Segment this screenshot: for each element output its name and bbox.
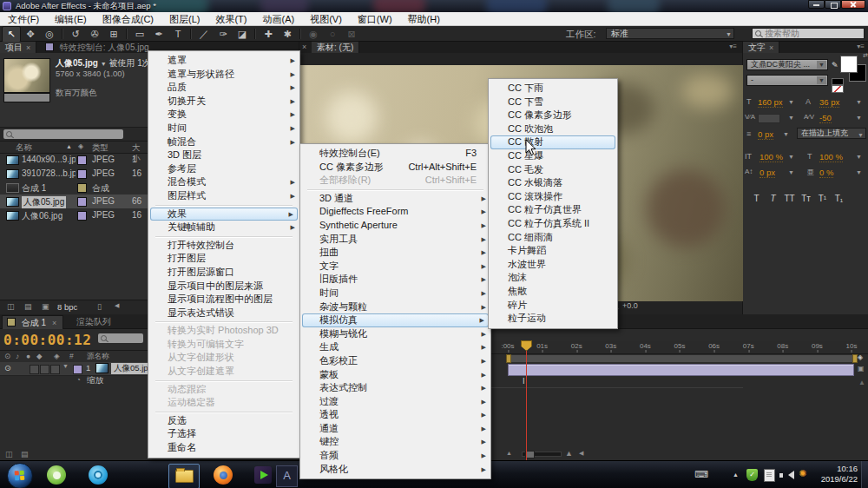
fill-stroke-swatches[interactable]: ⇄: [840, 56, 866, 82]
close-icon[interactable]: ×: [302, 42, 306, 53]
menu-item[interactable]: 卡片舞蹈: [489, 244, 617, 258]
fill-color-swatch[interactable]: [840, 56, 858, 73]
menu-item[interactable]: CC 细雨滴: [489, 231, 617, 245]
tool-icon[interactable]: ✒: [149, 27, 168, 42]
menu-item[interactable]: 帧混合▶: [148, 135, 299, 149]
keyframe-marker[interactable]: Ⅰ: [523, 377, 525, 386]
project-search-box[interactable]: [3, 129, 123, 139]
menu-item[interactable]: 模糊与锐化▶: [300, 327, 490, 341]
lock-icon[interactable]: ◆: [36, 352, 43, 360]
menu-item[interactable]: 打开特效控制台: [148, 239, 299, 253]
menu-item[interactable]: CC 下雨: [489, 82, 617, 96]
menu-item[interactable]: 显示项目流程图中的图层: [148, 293, 299, 307]
menu-item[interactable]: 泡沫: [489, 271, 617, 285]
tool-icon[interactable]: ◎: [40, 27, 59, 42]
comp-mini-icon[interactable]: ▣: [858, 365, 865, 373]
chevron-down-icon[interactable]: ▼: [856, 115, 862, 121]
tool-icon[interactable]: ⊞: [104, 27, 123, 42]
help-search-input[interactable]: [765, 29, 852, 38]
label-color-chip[interactable]: [77, 169, 87, 179]
solo-icon[interactable]: ●: [26, 352, 30, 360]
chevron-down-icon[interactable]: ▼: [856, 154, 862, 160]
volume-icon[interactable]: [788, 471, 794, 479]
expand-layers-icon[interactable]: ◫: [5, 450, 13, 458]
start-button[interactable]: [7, 463, 33, 488]
menu-item[interactable]: 表达式控制▶: [300, 381, 490, 395]
menu-item[interactable]: CC 毛发: [489, 163, 617, 177]
menu-item[interactable]: CC 粒子仿真系统 II: [489, 217, 617, 231]
graph-editor-icon[interactable]: ▤: [21, 450, 29, 458]
close-button[interactable]: [841, 0, 865, 9]
menu-item[interactable]: CC 星爆: [489, 149, 617, 163]
tool-icon[interactable]: ✱: [278, 27, 297, 42]
eyedropper-icon[interactable]: ✎: [832, 61, 838, 69]
menu-item[interactable]: Digieffects FreeForm▶: [300, 205, 490, 219]
tab-character[interactable]: 文字×: [743, 42, 779, 53]
no-color-swatch[interactable]: [832, 85, 844, 93]
menu-item[interactable]: 粒子运动: [489, 312, 617, 326]
tool-icon[interactable]: T: [168, 27, 187, 42]
exposure-value[interactable]: +0.0: [622, 301, 638, 310]
menu-item[interactable]: CC 水银滴落: [489, 176, 617, 190]
tab-footage[interactable]: 素材: (无): [312, 42, 359, 53]
label-column-icon[interactable]: ◈: [54, 352, 60, 360]
menubar-item[interactable]: 窗口(W): [350, 12, 400, 26]
menu-item[interactable]: CC 下雪: [489, 96, 617, 109]
menu-item[interactable]: 模拟仿真▶: [302, 313, 489, 327]
new-folder-icon[interactable]: ▤: [24, 302, 32, 311]
menu-item[interactable]: 通道▶: [300, 422, 490, 436]
collapse-icon[interactable]: ◀: [579, 450, 583, 457]
show-desktop-button[interactable]: [861, 461, 868, 488]
menu-item[interactable]: 焦散: [489, 285, 617, 299]
menu-item[interactable]: CC 吹泡泡: [489, 122, 617, 136]
menu-item[interactable]: 关键帧辅助▶: [148, 221, 299, 234]
swap-colors-icon[interactable]: ⇄: [863, 52, 868, 59]
file-name[interactable]: 3910728...b.jpg: [22, 168, 76, 178]
tool-icon[interactable]: ✑: [214, 27, 233, 42]
tab-effect-controls[interactable]: 特效控制台: 人像05.jpg: [40, 42, 155, 53]
clipboard-tray-icon[interactable]: [764, 469, 775, 482]
menu-item[interactable]: CC 滚珠操作: [489, 190, 617, 204]
menu-item[interactable]: 色彩校正▶: [300, 354, 490, 368]
kerning-value-box[interactable]: [758, 114, 780, 123]
text-style-button[interactable]: T: [748, 194, 765, 203]
menu-item[interactable]: CC 散射: [490, 135, 615, 149]
collapse-icon[interactable]: ◀: [115, 302, 119, 309]
menu-item[interactable]: 过渡▶: [300, 395, 490, 409]
menu-item[interactable]: 反选: [148, 414, 299, 428]
menu-item[interactable]: 时间▶: [148, 122, 299, 135]
menubar-item[interactable]: 帮助(H): [400, 12, 448, 26]
current-timecode[interactable]: 0:00:00:12: [3, 332, 91, 348]
layer-duration-bar[interactable]: [508, 364, 854, 376]
tool-icon[interactable]: ↺: [66, 27, 85, 42]
menu-item[interactable]: 水波世界: [489, 258, 617, 272]
text-style-button[interactable]: T¹: [814, 194, 831, 203]
menu-item[interactable]: 显示表达式错误: [148, 307, 299, 320]
menubar-item[interactable]: 图像合成(C): [95, 12, 161, 26]
taskbar-app-360browser[interactable]: [45, 464, 69, 487]
taskbar-clock[interactable]: 10:16 2019/6/22: [821, 464, 858, 485]
menu-item[interactable]: 特效控制台(E)F3: [300, 147, 490, 161]
tool-icon[interactable]: ↖: [2, 26, 21, 43]
chevron-down-icon[interactable]: ▼: [856, 99, 862, 105]
menubar-item[interactable]: 文件(F): [0, 12, 47, 26]
menu-item[interactable]: Synthetic Aperture▶: [300, 219, 490, 233]
menu-item[interactable]: 遮罩▶: [148, 54, 299, 68]
menu-item[interactable]: 遮罩与形状路径▶: [148, 68, 299, 82]
keyboard-tray-icon[interactable]: ⌨: [694, 469, 708, 480]
switch-box[interactable]: [40, 365, 49, 374]
tray-expand-icon[interactable]: ▲: [733, 472, 739, 478]
taskbar-app-firefox[interactable]: [212, 464, 235, 487]
label-column-icon[interactable]: ◈: [78, 142, 83, 150]
security-shield-icon[interactable]: ✓: [746, 469, 758, 481]
label-color-chip[interactable]: [77, 197, 87, 207]
text-style-button[interactable]: T₁: [831, 194, 847, 203]
label-color-chip[interactable]: [77, 155, 87, 165]
eye-icon[interactable]: ⊙: [4, 363, 11, 373]
trash-icon[interactable]: ▯: [97, 302, 102, 311]
maximize-button[interactable]: [825, 0, 841, 9]
menu-item[interactable]: 生成▶: [300, 340, 490, 354]
menu-item[interactable]: 变换▶: [148, 108, 299, 122]
menu-item[interactable]: 碎片: [489, 299, 617, 313]
property-name[interactable]: 缩放: [87, 375, 103, 386]
